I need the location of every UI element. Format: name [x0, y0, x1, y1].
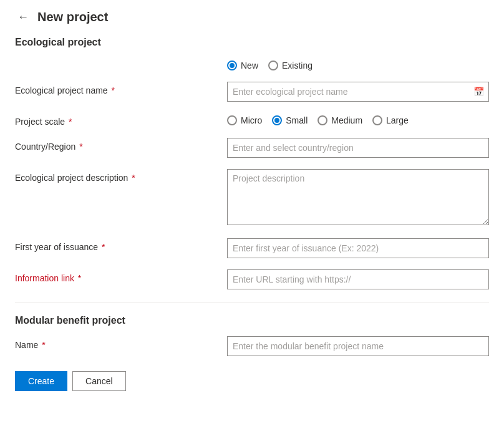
cancel-button[interactable]: Cancel [72, 371, 126, 391]
back-button[interactable]: ← [15, 11, 31, 24]
modular-name-field-wrapper [227, 336, 489, 356]
radio-medium[interactable]: Medium [317, 115, 362, 125]
radio-small-input[interactable] [272, 115, 282, 125]
radio-medium-label: Medium [331, 115, 362, 125]
first-year-label: First year of issuance * [15, 238, 227, 252]
project-scale-label: Project scale * [15, 113, 227, 127]
eco-name-row: Ecological project name * 📅 [15, 82, 489, 102]
ecological-section: Ecological project New Existing Ecologic… [15, 37, 489, 289]
radio-existing-label: Existing [282, 61, 313, 70]
new-existing-row: New Existing [15, 58, 489, 70]
project-scale-row: Project scale * Micro Small Medium Larg [15, 113, 489, 127]
radio-micro[interactable]: Micro [227, 115, 262, 125]
project-scale-radio-group: Micro Small Medium Large [227, 113, 489, 125]
eco-project-name-input[interactable] [227, 82, 489, 102]
country-field-wrapper [227, 138, 489, 158]
eco-name-label: Ecological project name * [15, 82, 227, 95]
calendar-icon: 📅 [473, 87, 484, 97]
info-link-label: Information link * [15, 269, 227, 283]
info-link-row: Information link * [15, 269, 489, 289]
eco-description-row: Ecological project description * [15, 169, 489, 227]
back-icon: ← [17, 11, 29, 24]
section-divider [15, 302, 489, 303]
radio-micro-label: Micro [241, 115, 262, 125]
eco-name-field-wrapper: 📅 [227, 82, 489, 102]
radio-existing[interactable]: Existing [268, 61, 313, 70]
new-existing-label [15, 58, 227, 62]
new-existing-radio-group: New Existing [227, 58, 489, 70]
modular-name-label: Name * [15, 336, 227, 350]
modular-section-title: Modular benefit project [15, 315, 489, 326]
radio-new-input[interactable] [227, 61, 237, 70]
info-link-field-wrapper [227, 269, 489, 289]
header: ← New project [15, 10, 489, 24]
button-row: Create Cancel [15, 371, 489, 391]
create-button[interactable]: Create [15, 371, 67, 391]
radio-large-label: Large [386, 115, 409, 125]
modular-section: Modular benefit project Name * [15, 315, 489, 356]
ecological-section-title: Ecological project [15, 37, 489, 48]
radio-medium-input[interactable] [317, 115, 327, 125]
radio-existing-input[interactable] [268, 61, 278, 70]
first-year-field-wrapper [227, 238, 489, 258]
radio-new[interactable]: New [227, 61, 258, 70]
first-year-issuance-input[interactable] [227, 238, 489, 258]
modular-name-row: Name * [15, 336, 489, 356]
radio-small-label: Small [286, 115, 308, 125]
country-row: Country/Region * [15, 138, 489, 158]
radio-new-label: New [241, 61, 258, 70]
radio-small[interactable]: Small [272, 115, 308, 125]
radio-micro-input[interactable] [227, 115, 237, 125]
country-region-input[interactable] [227, 138, 489, 158]
eco-description-label: Ecological project description * [15, 169, 227, 183]
page-title: New project [37, 10, 108, 24]
eco-description-input[interactable] [227, 169, 489, 225]
first-year-row: First year of issuance * [15, 238, 489, 258]
radio-large[interactable]: Large [372, 115, 409, 125]
modular-name-input[interactable] [227, 336, 489, 356]
eco-description-field-wrapper [227, 169, 489, 227]
page-container: ← New project Ecological project New Exi… [0, 0, 504, 406]
country-label: Country/Region * [15, 138, 227, 152]
information-link-input[interactable] [227, 269, 489, 289]
radio-large-input[interactable] [372, 115, 382, 125]
